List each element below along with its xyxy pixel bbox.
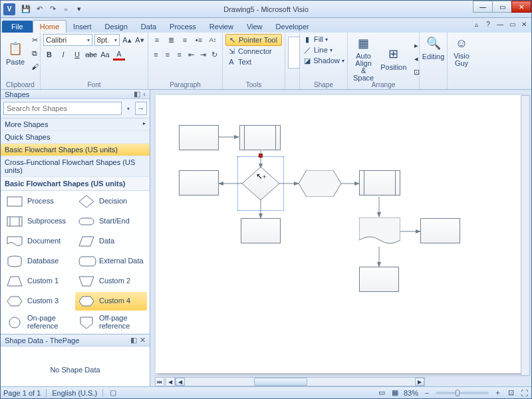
tab-developer[interactable]: Developer <box>269 21 316 33</box>
pointer-tool-button[interactable]: ↖Pointer Tool <box>225 34 282 46</box>
paste-button[interactable]: 📋 Paste <box>3 39 27 67</box>
scroll-right-button[interactable]: ▶ <box>415 378 424 386</box>
tab-review[interactable]: Review <box>203 21 240 33</box>
file-tab[interactable]: File <box>2 21 33 33</box>
zoom-in-button[interactable]: ＋ <box>493 388 502 398</box>
tab-home[interactable]: Home <box>33 20 66 33</box>
pane-menu-icon[interactable]: ‹ <box>143 90 146 98</box>
pane-collapse-icon[interactable]: ◧ <box>134 90 140 98</box>
flowchart-process-5[interactable] <box>359 267 399 292</box>
zoom-value[interactable]: 83% <box>404 389 418 397</box>
zoom-out-button[interactable]: − <box>422 388 432 398</box>
qat-dropdown-icon[interactable]: ▾ <box>74 4 84 15</box>
autoalign-button[interactable]: ▦ Auto Align & Space <box>350 34 376 83</box>
fullscreen-icon[interactable]: ⛶ <box>519 388 529 398</box>
decrease-indent-icon[interactable]: ⇤ <box>186 49 196 61</box>
text-direction-icon[interactable]: A↕ <box>207 34 219 46</box>
vertical-scrollbar[interactable] <box>521 95 530 376</box>
minimize-button[interactable]: — <box>473 1 493 13</box>
format-painter-icon[interactable]: 🖌 <box>29 61 41 72</box>
stencil-quick-shapes[interactable]: Quick Shapes <box>1 131 150 144</box>
font-color-icon[interactable]: A <box>113 49 125 61</box>
shape-database[interactable]: Database <box>3 252 75 271</box>
shape-on-page-reference[interactable]: On-pagereference <box>3 312 75 332</box>
selection-handle[interactable] <box>259 154 263 158</box>
mdi-close-icon[interactable]: ✕ <box>519 19 529 29</box>
flowchart-hexagon[interactable] <box>299 170 341 197</box>
undo-icon[interactable]: ↶ <box>34 4 45 15</box>
shape-document[interactable]: Document <box>3 232 75 251</box>
align-bottom-icon[interactable]: ≡ <box>179 34 191 46</box>
shape-custom-1[interactable]: Custom 1 <box>3 272 75 291</box>
search-dropdown-icon[interactable]: ▾ <box>124 102 133 115</box>
font-name-combo[interactable]: Calibri▾ <box>43 34 92 46</box>
flowchart-subprocess-1[interactable] <box>239 125 281 150</box>
zoom-knob[interactable] <box>456 390 460 396</box>
scroll-track[interactable] <box>185 378 415 386</box>
shape-data[interactable]: Data <box>75 232 147 251</box>
italic-button[interactable]: I <box>57 49 69 61</box>
close-button[interactable]: ✕ <box>511 1 531 13</box>
align-left-icon[interactable]: ≡ <box>151 49 161 61</box>
tab-process[interactable]: Process <box>163 21 203 33</box>
shape-search-input[interactable] <box>3 102 122 115</box>
bold-button[interactable]: B <box>43 49 55 61</box>
presentation-icon[interactable]: ▭ <box>377 388 386 398</box>
view-page-icon[interactable]: ▦ <box>390 388 400 398</box>
cut-icon[interactable]: ✂ <box>29 34 41 46</box>
shape-styles-gallery[interactable] <box>288 37 300 68</box>
flowchart-process-1[interactable] <box>179 125 219 150</box>
font-size-combo[interactable]: 8pt.▾ <box>94 34 120 46</box>
page-first-button[interactable]: ⏮ <box>155 377 164 386</box>
zoom-slider[interactable] <box>436 392 489 394</box>
help-icon[interactable]: ? <box>483 19 493 29</box>
scroll-left-button[interactable]: ◀ <box>176 378 185 386</box>
line-button[interactable]: ／Line ▾ <box>303 45 344 55</box>
save-icon[interactable]: 💾 <box>21 4 31 15</box>
align-middle-icon[interactable]: ≣ <box>165 34 177 46</box>
qat-icon[interactable]: ▫ <box>61 4 71 15</box>
scroll-thumb[interactable] <box>254 378 307 386</box>
tab-insert[interactable]: Insert <box>66 21 98 33</box>
flowchart-decision[interactable] <box>242 167 279 200</box>
minimize-ribbon-icon[interactable]: ▵ <box>471 19 481 29</box>
fit-page-icon[interactable]: ⊡ <box>506 388 515 398</box>
tab-design[interactable]: Design <box>98 21 134 33</box>
flowchart-document[interactable] <box>359 217 400 247</box>
search-go-button[interactable]: → <box>135 102 147 115</box>
shape-process[interactable]: Process <box>3 192 75 211</box>
bullets-icon[interactable]: •≡ <box>193 34 205 46</box>
align-center-icon[interactable]: ≡ <box>163 49 173 61</box>
stencil-more-shapes[interactable]: More Shapes ▸ <box>1 118 150 131</box>
status-language[interactable]: English (U.S.) <box>52 389 97 397</box>
flowchart-process-3[interactable] <box>241 218 281 243</box>
shadow-button[interactable]: ◪Shadow ▾ <box>303 55 344 66</box>
shape-subprocess[interactable]: Subprocess <box>3 212 75 231</box>
drawing-page[interactable]: ↖+ <box>156 95 526 373</box>
stencil-cross-functional[interactable]: Cross-Functional Flowchart Shapes (US un… <box>1 156 150 177</box>
shape-off-page-reference[interactable]: Off-pagereference <box>75 312 147 332</box>
align-top-icon[interactable]: ≡ <box>151 34 163 46</box>
underline-button[interactable]: U <box>71 49 83 61</box>
stencil-basic-flowchart[interactable]: Basic Flowchart Shapes (US units) <box>1 144 150 156</box>
position-button[interactable]: ⊞ Position <box>378 45 409 72</box>
shrink-font-icon[interactable]: A▾ <box>134 34 145 46</box>
mdi-min-icon[interactable]: — <box>495 19 505 29</box>
macro-record-icon[interactable]: ▢ <box>108 388 118 398</box>
flowchart-process-2[interactable] <box>179 170 219 196</box>
page-prev-button[interactable]: ◀ <box>166 377 175 386</box>
shape-start-end[interactable]: Start/End <box>75 212 147 231</box>
redo-icon[interactable]: ↷ <box>47 4 58 15</box>
tab-data[interactable]: Data <box>134 21 163 33</box>
grow-font-icon[interactable]: A▴ <box>122 34 132 46</box>
fill-button[interactable]: ▮Fill ▾ <box>303 34 344 45</box>
shapedata-close-icon[interactable]: ✕ <box>140 336 146 344</box>
shape-external-data[interactable]: External Data <box>75 252 147 271</box>
visioguy-button[interactable]: ☺ Visio Guy <box>450 34 473 68</box>
tab-view[interactable]: View <box>240 21 269 33</box>
copy-icon[interactable]: ⧉ <box>29 47 41 59</box>
shapedata-collapse-icon[interactable]: ◧ <box>130 336 137 344</box>
app-icon[interactable]: V <box>3 3 15 15</box>
shape-custom-2[interactable]: Custom 2 <box>75 272 147 291</box>
increase-indent-icon[interactable]: ⇥ <box>198 49 208 61</box>
